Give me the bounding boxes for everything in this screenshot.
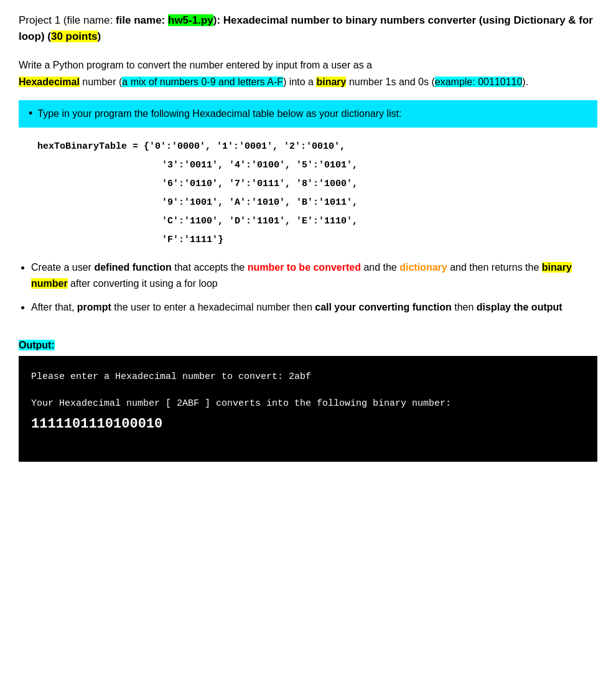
- bullet-item-2: Create a user defined function that acce…: [31, 259, 597, 291]
- bullet-dot-1: •: [29, 107, 32, 120]
- intro-mix: number (a mix of numbers 0-9 and letters…: [80, 77, 317, 87]
- output-label-section: Output:: [19, 340, 597, 351]
- b3-prefix: After that,: [31, 302, 77, 312]
- project-title: Project 1 (file name: file name: hw5-1.p…: [19, 12, 597, 44]
- title-end: ): [98, 30, 101, 42]
- code-line-5: 'C':'1100', 'D':'1101', 'E':'1110',: [162, 212, 597, 231]
- terminal-line2: Your Hexadecimal number [ 2ABF ] convert…: [31, 395, 585, 412]
- example-highlight: example: 00110110: [435, 77, 523, 87]
- filename: hw5-1.py: [168, 14, 213, 26]
- bullet-item-1: • Type in your program the following Hex…: [19, 100, 597, 128]
- terminal-output: Please enter a Hexadecimal number to con…: [19, 356, 597, 462]
- hex-label: Hexadecimal: [19, 77, 80, 87]
- bullet-list: Create a user defined function that acce…: [31, 259, 597, 315]
- bullet1-text: Type in your program the following Hexad…: [37, 108, 401, 119]
- b2-number: number to be converted: [248, 262, 361, 273]
- b2-dict: dictionary: [399, 262, 447, 273]
- b2-defined: defined function: [94, 262, 171, 273]
- output-label: Output:: [19, 340, 55, 350]
- b3-middle: the user to enter a hexadecimal number t…: [111, 302, 315, 312]
- code-line-4: '9':'1001', 'A':'1010', 'B':'1011',: [162, 194, 597, 212]
- b3-suffix: then: [452, 302, 477, 312]
- b2-returns: and then returns the: [447, 262, 542, 273]
- b2-suffix: after converting it using a for loop: [68, 278, 218, 289]
- points: 30 points: [51, 30, 98, 42]
- intro-paragraph: Write a Python program to convert the nu…: [19, 57, 597, 90]
- terminal-line3: 1111101110100010: [31, 412, 585, 437]
- intro-line1: Write a Python program to convert the nu…: [19, 60, 372, 70]
- code-line-6: 'F':'1111'}: [162, 231, 597, 250]
- code-line-1: hexToBinaryTable = {'0':'0000', '1':'000…: [37, 138, 597, 156]
- b2-prefix: Create a user: [31, 262, 94, 273]
- mix-highlight: a mix of numbers 0-9 and letters A-F: [122, 77, 283, 87]
- b2-and: and the: [361, 262, 399, 273]
- b2-middle: that accepts the: [172, 262, 248, 273]
- b3-prompt: prompt: [77, 302, 111, 312]
- b3-call: call your converting function: [315, 302, 452, 312]
- code-block: hexToBinaryTable = {'0':'0000', '1':'000…: [37, 138, 597, 250]
- title-bold-prefix: file name:: [116, 14, 168, 26]
- intro-end: number 1s and 0s (example: 00110110).: [346, 77, 528, 87]
- binary-label: binary: [316, 77, 346, 87]
- bullet-item-3: After that, prompt the user to enter a h…: [31, 299, 597, 315]
- code-line-3: '6':'0110', '7':'0111', '8':'1000',: [162, 175, 597, 194]
- title-prefix: Project 1 (file name:: [19, 14, 116, 26]
- code-line-2: '3':'0011', '4':'0100', '5':'0101',: [162, 156, 597, 175]
- bullet-text-1: Type in your program the following Hexad…: [37, 106, 401, 121]
- b3-display: display the output: [477, 302, 562, 312]
- terminal-line1: Please enter a Hexadecimal number to con…: [31, 368, 585, 385]
